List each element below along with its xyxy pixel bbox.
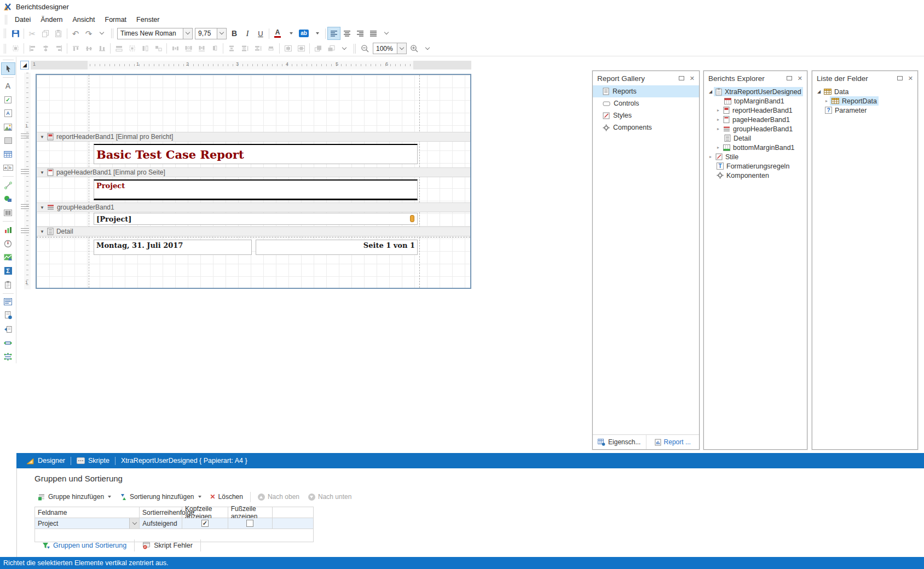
tree-node-parameter[interactable]: ? Parameter xyxy=(812,106,917,115)
font-color-button[interactable]: A xyxy=(271,27,284,40)
add-group-button[interactable]: Gruppe hinzufügen xyxy=(34,492,114,502)
pivot-grid-tool[interactable]: Σ xyxy=(1,265,15,277)
combo-arrow-icon[interactable] xyxy=(217,28,226,39)
picture-tool[interactable] xyxy=(1,121,15,133)
zoom-out-button[interactable] xyxy=(359,42,372,55)
table-tool[interactable] xyxy=(1,148,15,160)
gallery-item-reports[interactable]: Reports xyxy=(593,85,699,97)
tree-node-page-header-band[interactable]: ▸ pageHeaderBand1 xyxy=(704,115,807,124)
combo-arrow-icon[interactable] xyxy=(129,518,139,529)
decrease-vertical-spacing-button[interactable] xyxy=(251,42,264,55)
tab-gruppen-und-sortierung[interactable]: Gruppen und Sortierung xyxy=(34,538,134,553)
checkbox-tool[interactable]: ✓ xyxy=(1,94,15,106)
band-splitter-detail[interactable] xyxy=(21,228,29,233)
zoom-combo[interactable]: 100% xyxy=(373,43,407,54)
band-header-report-header[interactable]: ▼ reportHeaderBand1 [Einmal pro Bericht] xyxy=(37,132,470,142)
tree-expanded-icon[interactable]: ◢ xyxy=(707,89,714,94)
band-header-detail[interactable]: ▼ Detail xyxy=(37,227,470,236)
tree-collapsed-icon[interactable]: ▸ xyxy=(715,145,721,150)
order-dropdown-button[interactable] xyxy=(338,42,351,55)
barcode-tool[interactable] xyxy=(1,206,15,219)
bring-to-front-button[interactable] xyxy=(311,42,325,55)
vertical-ruler[interactable]: 1 1 xyxy=(24,73,31,289)
gallery-item-styles[interactable]: Styles xyxy=(593,109,699,121)
sparkline-tool[interactable] xyxy=(1,251,15,264)
band-splitter-page-header[interactable] xyxy=(21,169,29,174)
menu-fenster[interactable]: Fenster xyxy=(131,15,164,25)
ruler-units-button[interactable]: ◢ xyxy=(20,61,29,69)
tree-node-report-header-band[interactable]: ▸ reportHeaderBand1 xyxy=(704,106,807,115)
font-size-combo[interactable]: 9,75 xyxy=(195,28,227,39)
zoom-dropdown-button[interactable] xyxy=(421,42,434,55)
gallery-item-controls[interactable]: Controls xyxy=(593,97,699,109)
size-to-grid-button[interactable] xyxy=(125,42,138,55)
tree-node-data[interactable]: ◢ Data xyxy=(812,87,917,96)
align-text-center-button[interactable] xyxy=(340,27,354,40)
page-header-label[interactable]: Project xyxy=(94,179,418,200)
collapse-band-icon[interactable]: ▼ xyxy=(40,229,44,234)
line-tool[interactable] xyxy=(1,179,15,191)
collapse-band-icon[interactable]: ▼ xyxy=(40,205,44,210)
band-splitter-group-header[interactable] xyxy=(21,204,29,209)
save-button[interactable] xyxy=(9,27,22,40)
report-explorer-title-bar[interactable]: Berichts Explorer ✕ xyxy=(704,71,807,85)
shape-tool[interactable] xyxy=(1,193,15,205)
remove-horizontal-spacing-button[interactable] xyxy=(208,42,221,55)
tree-node-detail-band[interactable]: Detail xyxy=(704,133,807,143)
delete-button[interactable]: ✕ Löschen xyxy=(207,492,246,502)
align-bottoms-button[interactable] xyxy=(95,42,108,55)
highlight-button[interactable]: ab xyxy=(297,27,310,40)
highlight-dropdown-button[interactable] xyxy=(310,27,324,40)
field-list-title-bar[interactable]: Liste der Felder ✕ xyxy=(812,71,917,85)
alignment-dropdown-button[interactable] xyxy=(380,27,393,40)
detail-page-info-label[interactable]: Seite 1 von 1 xyxy=(256,240,418,255)
tree-node-top-margin-band[interactable]: topMarginBand1 xyxy=(704,96,807,106)
make-same-height-button[interactable] xyxy=(138,42,152,55)
column-header-fusszeile[interactable]: Fußzeile anzeigen xyxy=(228,507,273,518)
tree-node-group-header-band[interactable]: ▸ groupHeaderBand1 xyxy=(704,124,807,133)
align-rights-button[interactable] xyxy=(52,42,65,55)
tree-collapsed-icon[interactable]: ▸ xyxy=(715,108,721,113)
column-header-feldname[interactable]: Feldname xyxy=(35,507,140,518)
show-header-checkbox[interactable]: ✓ xyxy=(201,520,209,527)
zoom-in-button[interactable] xyxy=(408,42,421,55)
align-tops-button[interactable] xyxy=(69,42,82,55)
tree-collapsed-icon[interactable]: ▸ xyxy=(823,98,830,103)
cross-band-box-tool[interactable] xyxy=(1,350,15,363)
richtext-tool[interactable]: A xyxy=(1,107,15,120)
center-vertically-button[interactable] xyxy=(294,42,308,55)
italic-button[interactable]: I xyxy=(241,27,254,40)
make-same-width-button[interactable] xyxy=(112,42,125,55)
tree-node-bottom-margin-band[interactable]: ▸ bottomMarginBand1 xyxy=(704,143,807,152)
chart-tool[interactable] xyxy=(1,224,15,236)
combo-arrow-icon[interactable] xyxy=(183,28,192,39)
undo-dropdown-button[interactable] xyxy=(95,27,108,40)
menu-ansicht[interactable]: Ansicht xyxy=(68,15,100,25)
maximize-icon[interactable] xyxy=(787,76,792,80)
remove-vertical-spacing-button[interactable] xyxy=(264,42,278,55)
move-up-button[interactable]: Nach oben xyxy=(255,492,303,502)
group-field-label[interactable]: [Project] xyxy=(94,213,418,225)
tab-skript-fehler[interactable]: Skript Fehler xyxy=(135,538,200,553)
close-icon[interactable]: ✕ xyxy=(798,75,802,82)
report-design-surface[interactable]: ▼ reportHeaderBand1 [Einmal pro Bericht]… xyxy=(36,74,471,289)
decrease-horizontal-spacing-button[interactable] xyxy=(195,42,208,55)
table-row[interactable]: Project Aufsteigend ✓ xyxy=(35,518,313,529)
subreport-tool[interactable] xyxy=(1,323,15,335)
page-break-tool[interactable] xyxy=(1,336,15,349)
report-gallery-button[interactable]: Report ... xyxy=(646,435,700,449)
collapse-band-icon[interactable]: ▼ xyxy=(40,135,44,140)
align-text-right-button[interactable] xyxy=(354,27,367,40)
align-middles-button[interactable] xyxy=(82,42,95,55)
show-footer-checkbox[interactable] xyxy=(246,520,253,527)
center-horizontally-button[interactable] xyxy=(281,42,294,55)
tree-node-report[interactable]: ◢ XtraReportUserDesigned xyxy=(704,87,807,96)
column-header-kopfzeile[interactable]: Kopfzeile anzeigen xyxy=(182,507,228,518)
tree-expanded-icon[interactable]: ◢ xyxy=(816,89,822,94)
panel-tool[interactable] xyxy=(1,135,15,147)
pointer-tool[interactable] xyxy=(1,62,15,75)
close-icon[interactable]: ✕ xyxy=(908,75,913,82)
maximize-icon[interactable] xyxy=(897,76,903,80)
menu-aendern[interactable]: Ändern xyxy=(36,15,67,25)
properties-button[interactable]: Eigensch... xyxy=(593,435,646,449)
